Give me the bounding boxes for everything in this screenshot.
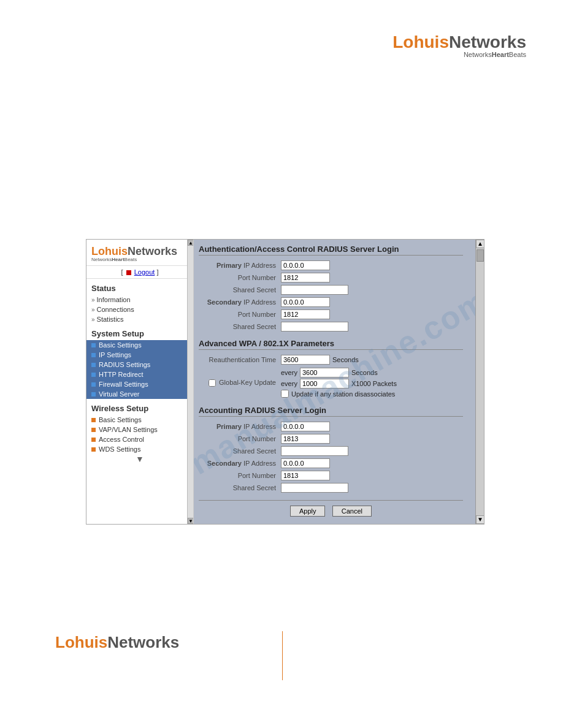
accounting-radius-table: Primary IP Address Port Number Shared Se…: [199, 420, 463, 494]
sidebar-item-vap-vlan[interactable]: VAP/VLAN Settings: [86, 425, 193, 434]
sidebar-scroll-up-button[interactable]: ▲: [188, 240, 194, 246]
sidebar-item-firewall-settings[interactable]: Firewall Settings: [86, 379, 193, 389]
sidebar-logo-lohuis: Lohuis: [91, 245, 128, 257]
global-key-unit2: X1000 Packets: [351, 380, 397, 387]
primary-label: Primary IP Address: [199, 259, 278, 271]
acc-primary-port-input[interactable]: [281, 434, 330, 444]
global-key-packets-row: every X1000 Packets: [281, 378, 461, 389]
apply-button[interactable]: Apply: [290, 506, 326, 517]
auth-secondary-port-row: Port Number: [199, 308, 463, 320]
auth-secondary-ip-input[interactable]: [281, 297, 330, 307]
bullet-blue-radius: [91, 363, 96, 367]
auth-primary-secret-row: Shared Secret: [199, 284, 463, 296]
auth-primary-secret-cell: [278, 284, 463, 296]
acc-primary-label: Primary IP Address: [199, 420, 278, 433]
acc-primary-secret-label: Shared Secret: [199, 445, 278, 457]
logout-square-icon: [126, 270, 131, 275]
auth-primary-secret-input[interactable]: [281, 285, 348, 295]
sidebar-item-radius-settings[interactable]: RADIUS Settings: [86, 360, 193, 370]
acc-primary-secret-input[interactable]: [281, 446, 348, 456]
button-row: Apply Cancel: [199, 500, 463, 519]
global-key-checkbox[interactable]: [209, 379, 216, 387]
global-key-seconds-input[interactable]: [300, 368, 349, 377]
update-if-checkbox[interactable]: [281, 390, 289, 398]
reauth-time-label: Reauthentication Time: [199, 354, 278, 366]
acc-secondary-port-input[interactable]: [281, 471, 330, 480]
advanced-section-header: Advanced WPA / 802.1X Parameters: [199, 339, 463, 350]
tagline-heart: Heart: [492, 51, 509, 58]
main-scrollbar[interactable]: ▲ ▼: [475, 240, 484, 524]
primary-secret-label: Shared Secret: [199, 284, 278, 296]
sidebar-label-virtual-server: Virtual Server: [99, 390, 139, 398]
sidebar-scroll-down-icon[interactable]: ▼: [86, 454, 193, 464]
auth-secondary-port-input[interactable]: [281, 309, 330, 319]
secondary-label: Secondary IP Address: [199, 296, 278, 308]
bullet-orange-vap: [91, 428, 96, 432]
sidebar-item-basic-settings[interactable]: Basic Settings: [86, 340, 193, 350]
top-logo-lohuis: Lohuis: [393, 32, 449, 51]
auth-section-header: Authentication/Access Control RADIUS Ser…: [199, 245, 463, 256]
global-key-seconds-row: every Seconds: [281, 367, 461, 378]
sidebar-item-ip-settings[interactable]: IP Settings: [86, 350, 193, 360]
scrollbar-up-button[interactable]: ▲: [476, 240, 484, 248]
bottom-logo-brand: LohuisNetworks: [55, 634, 179, 650]
acc-primary-ip-row: Primary IP Address: [199, 420, 463, 433]
auth-secondary-port-cell: [278, 308, 463, 320]
global-key-row: Global-Key Update every Seconds every X1…: [199, 366, 463, 400]
reauth-time-row: Reauthentication Time Seconds: [199, 354, 463, 366]
auth-primary-ip-cell: [278, 259, 463, 271]
bullet-blue-virtual: [91, 392, 96, 396]
sidebar-label-statistics: Statistics: [97, 316, 124, 323]
logout-bar: [ Logout ]: [86, 265, 193, 279]
acc-primary-ip-input[interactable]: [281, 422, 330, 431]
sidebar-item-access-control[interactable]: Access Control: [86, 434, 193, 444]
global-key-unit1: Seconds: [351, 369, 378, 376]
global-key-packets-input[interactable]: [300, 379, 349, 389]
sidebar-item-wireless-basic[interactable]: Basic Settings: [86, 415, 193, 425]
auth-primary-port-input[interactable]: [281, 273, 330, 282]
sidebar-tagline-b: Beats: [124, 257, 137, 262]
bottom-logo-lohuis: Lohuis: [55, 633, 107, 651]
bottom-logo: LohuisNetworks: [55, 634, 179, 650]
sidebar-item-http-redirect[interactable]: HTTP Redirect: [86, 370, 193, 379]
auth-secondary-secret-cell: [278, 320, 463, 333]
global-key-every1: every: [281, 369, 297, 376]
bullet-orange-basic: [91, 418, 96, 422]
update-if-row: Update if any station disassociates: [281, 389, 461, 398]
sidebar-label-wds-settings: WDS Settings: [99, 446, 140, 453]
acc-primary-secret-cell: [278, 445, 463, 457]
scrollbar-down-button[interactable]: ▼: [476, 515, 484, 524]
auth-secondary-ip-row: Secondary IP Address: [199, 296, 463, 308]
sidebar-tagline-h: Heart: [112, 257, 124, 262]
sidebar-label-basic-settings: Basic Settings: [99, 341, 142, 349]
acc-secondary-ip-input[interactable]: [281, 458, 330, 468]
acc-secondary-secret-input[interactable]: [281, 483, 348, 493]
global-key-label-cell: Global-Key Update: [199, 366, 278, 400]
main-content: manualmachine.com ▲ ▼ Authentication/Acc…: [194, 240, 484, 524]
sidebar-item-information[interactable]: » Information: [86, 295, 193, 305]
auth-primary-ip-input[interactable]: [281, 260, 330, 270]
auth-secondary-secret-input[interactable]: [281, 322, 348, 332]
reauth-time-input[interactable]: [281, 355, 330, 365]
acc-secondary-secret-label: Shared Secret: [199, 482, 278, 494]
top-logo-area: LohuisNetworks NetworksHeartBeats: [393, 34, 526, 58]
auth-primary-ip-row: Primary IP Address: [199, 259, 463, 271]
scrollbar-thumb[interactable]: [477, 249, 484, 262]
global-key-label: Global-Key Update: [219, 379, 276, 386]
global-key-values-cell: every Seconds every X1000 Packets Update…: [278, 366, 463, 400]
status-section-title: Status: [86, 279, 193, 295]
sidebar-scrollbar[interactable]: ▲ ▼: [187, 240, 193, 524]
logout-button[interactable]: Logout: [134, 268, 155, 276]
tagline-networks: Networks: [464, 51, 492, 58]
sidebar-item-statistics[interactable]: » Statistics: [86, 314, 193, 324]
sidebar-item-connections[interactable]: » Connections: [86, 305, 193, 314]
bullet-blue-firewall: [91, 382, 96, 387]
acc-secondary-port-row: Port Number: [199, 469, 463, 482]
bottom-logo-networks: Networks: [107, 633, 179, 651]
sidebar-item-wds-settings[interactable]: WDS Settings: [86, 444, 193, 454]
acc-secondary-label: Secondary IP Address: [199, 457, 278, 469]
sidebar-item-virtual-server[interactable]: Virtual Server: [86, 389, 193, 399]
top-logo-tagline: NetworksHeartBeats: [393, 51, 526, 58]
sidebar-scroll-down-button[interactable]: ▼: [188, 518, 194, 524]
cancel-button[interactable]: Cancel: [332, 506, 372, 517]
